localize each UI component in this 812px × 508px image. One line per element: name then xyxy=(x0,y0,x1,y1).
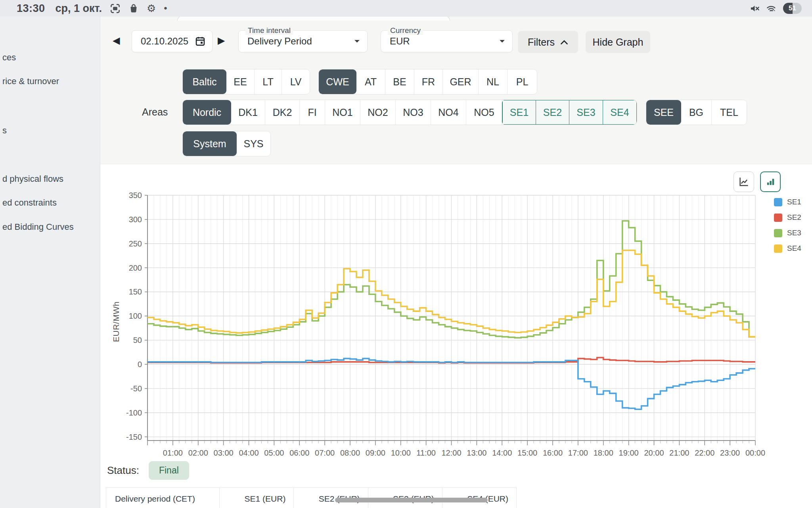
cwe-group: CWE AT BE FR GER NL PL xyxy=(318,69,537,94)
sidebar-item-constraints[interactable]: ed constraints xyxy=(2,198,57,208)
area-button-fr[interactable]: FR xyxy=(414,69,443,94)
legend-item-se1[interactable]: SE1 xyxy=(774,198,801,206)
horizontal-scrollbar[interactable] xyxy=(335,498,488,502)
svg-text:12:00: 12:00 xyxy=(441,448,461,457)
area-button-ger[interactable]: GER xyxy=(443,69,479,94)
area-button-nl[interactable]: NL xyxy=(479,69,508,94)
se1-swatch xyxy=(774,198,782,206)
area-button-system[interactable]: System xyxy=(183,131,237,156)
svg-text:03:00: 03:00 xyxy=(214,448,234,457)
time-interval-value: Delivery Period xyxy=(247,36,312,47)
area-button-dk2[interactable]: DK2 xyxy=(265,100,300,125)
svg-text:250: 250 xyxy=(129,239,142,248)
svg-text:04:00: 04:00 xyxy=(239,448,259,457)
area-button-at[interactable]: AT xyxy=(356,69,385,94)
baltic-group: Baltic EE LT LV xyxy=(182,69,310,94)
area-button-no1[interactable]: NO1 xyxy=(325,100,360,125)
sidebar-item-bidding-curves[interactable]: ed Bidding Curves xyxy=(2,222,74,232)
legend-item-se2[interactable]: SE2 xyxy=(774,213,801,222)
page: 13:30 ср, 1 окт. ⚙ • 51 ces rice & turno… xyxy=(0,0,812,508)
filters-button[interactable]: Filters xyxy=(518,31,578,53)
area-button-cwe[interactable]: CWE xyxy=(319,69,356,94)
area-button-no2[interactable]: NO2 xyxy=(360,100,396,125)
status-bar: 13:30 ср, 1 окт. ⚙ • 51 xyxy=(0,0,812,17)
svg-text:300: 300 xyxy=(129,215,142,224)
svg-text:13:00: 13:00 xyxy=(467,448,486,457)
area-button-no4[interactable]: NO4 xyxy=(431,100,466,125)
status-badge: Final xyxy=(149,461,189,480)
se-areas-group: SE1 SE2 SE3 SE4 xyxy=(502,100,637,125)
svg-text:100: 100 xyxy=(129,312,142,320)
screen-capture-icon xyxy=(110,3,121,14)
svg-text:-150: -150 xyxy=(126,433,142,441)
next-day-button[interactable]: ▶ xyxy=(218,36,225,45)
svg-text:50: 50 xyxy=(133,336,142,344)
area-button-se4[interactable]: SE4 xyxy=(603,100,636,124)
area-button-baltic[interactable]: Baltic xyxy=(183,69,226,94)
area-button-no5[interactable]: NO5 xyxy=(466,100,502,125)
date-value: 02.10.2025 xyxy=(141,36,188,47)
se3-swatch xyxy=(774,229,782,237)
area-button-lt[interactable]: LT xyxy=(255,69,282,94)
status-label: Status: xyxy=(107,464,139,477)
hide-graph-button[interactable]: Hide Graph xyxy=(586,31,650,53)
area-button-se1[interactable]: SE1 xyxy=(503,100,536,124)
currency-label: Currency xyxy=(388,26,423,35)
legend-item-se4[interactable]: SE4 xyxy=(774,244,801,253)
se2-swatch xyxy=(774,214,782,222)
price-chart[interactable]: 350300250200150100500-50-100-15001:0002:… xyxy=(107,187,781,464)
area-button-se3[interactable]: SE3 xyxy=(569,100,603,124)
svg-text:21:00: 21:00 xyxy=(669,448,689,457)
area-row-2: Nordic DK1 DK2 FI NO1 NO2 NO3 NO4 NO5 SE… xyxy=(182,100,747,125)
calendar-icon[interactable] xyxy=(195,36,206,47)
battery-indicator: 51 xyxy=(783,3,802,14)
bar-chart-icon xyxy=(765,176,776,187)
area-button-se2[interactable]: SE2 xyxy=(536,100,569,124)
clock-time: 13:30 xyxy=(17,2,45,15)
se4-swatch xyxy=(774,244,782,253)
sidebar-item-flows[interactable]: s xyxy=(2,125,7,136)
svg-text:14:00: 14:00 xyxy=(492,448,512,457)
legend-label: SE3 xyxy=(787,229,801,237)
area-button-nordic[interactable]: Nordic xyxy=(183,100,231,125)
svg-text:09:00: 09:00 xyxy=(366,448,385,457)
area-button-be[interactable]: BE xyxy=(385,69,414,94)
shopping-bag-icon xyxy=(128,3,139,13)
col-delivery-period: Delivery period (CET) xyxy=(106,488,220,508)
svg-text:22:00: 22:00 xyxy=(695,448,714,457)
sidebar-item-prices[interactable]: ces xyxy=(2,52,16,63)
sidebar-item-price-turnover[interactable]: rice & turnover xyxy=(2,76,59,87)
area-button-tel[interactable]: TEL xyxy=(712,100,747,125)
sidebar-item-physical-flows[interactable]: d physical flows xyxy=(2,174,63,184)
area-button-sys[interactable]: SYS xyxy=(237,131,270,156)
area-button-ee[interactable]: EE xyxy=(226,69,255,94)
svg-text:05:00: 05:00 xyxy=(264,448,284,457)
legend-label: SE1 xyxy=(787,198,801,206)
prev-day-button[interactable]: ◀ xyxy=(113,36,120,45)
areas-label: Areas xyxy=(142,106,168,118)
battery-percent: 51 xyxy=(783,3,802,14)
chevron-down-icon xyxy=(499,39,505,43)
svg-text:16:00: 16:00 xyxy=(543,448,563,457)
currency-value: EUR xyxy=(390,36,410,47)
sidebar: ces rice & turnover s d physical flows e… xyxy=(0,17,100,508)
system-group: System SYS xyxy=(182,131,271,156)
area-button-fi[interactable]: FI xyxy=(300,100,325,125)
time-interval-label: Time interval xyxy=(245,26,293,35)
area-row-3: System SYS xyxy=(182,131,271,156)
area-button-pl[interactable]: PL xyxy=(508,69,537,94)
area-button-bg[interactable]: BG xyxy=(681,100,712,125)
area-button-no3[interactable]: NO3 xyxy=(396,100,431,125)
svg-text:15:00: 15:00 xyxy=(517,448,537,457)
area-button-see[interactable]: SEE xyxy=(646,100,681,125)
area-row-1: Baltic EE LT LV CWE AT BE FR GER NL PL xyxy=(182,69,537,94)
area-button-lv[interactable]: LV xyxy=(282,69,310,94)
main-content: ◀ 02.10.2025 ▶ Time interval Delivery Pe… xyxy=(100,17,812,508)
area-button-dk1[interactable]: DK1 xyxy=(231,100,265,125)
svg-text:06:00: 06:00 xyxy=(289,448,309,457)
date-field[interactable]: 02.10.2025 xyxy=(132,30,213,52)
status-row: Status: Final xyxy=(107,461,189,480)
legend-item-se3[interactable]: SE3 xyxy=(774,229,801,237)
see-group: SEE BG TEL xyxy=(646,100,747,125)
svg-text:200: 200 xyxy=(129,264,142,272)
